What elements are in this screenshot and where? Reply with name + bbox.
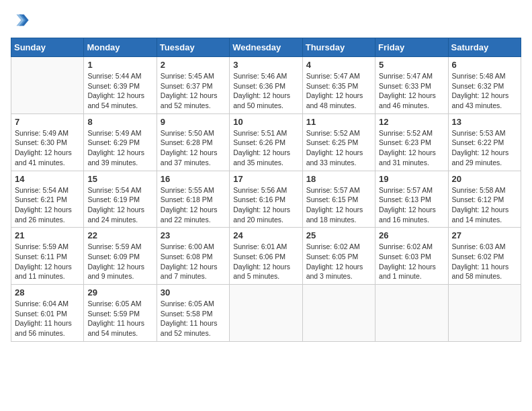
calendar-cell: 5Sunrise: 5:47 AM Sunset: 6:33 PM Daylig… (375, 57, 448, 114)
day-info: Sunrise: 5:59 AM Sunset: 6:11 PM Dayligh… (15, 242, 80, 281)
calendar-cell: 27Sunrise: 6:03 AM Sunset: 6:02 PM Dayli… (448, 228, 521, 285)
day-info: Sunrise: 5:52 AM Sunset: 6:25 PM Dayligh… (306, 128, 371, 168)
day-info: Sunrise: 5:45 AM Sunset: 6:37 PM Dayligh… (161, 71, 226, 111)
calendar-cell (230, 285, 302, 342)
calendar-cell (11, 57, 84, 114)
day-number: 20 (452, 174, 517, 184)
day-number: 30 (161, 287, 226, 298)
calendar-cell: 14Sunrise: 5:54 AM Sunset: 6:21 PM Dayli… (11, 171, 84, 228)
day-info: Sunrise: 6:05 AM Sunset: 5:58 PM Dayligh… (161, 299, 226, 338)
day-info: Sunrise: 5:54 AM Sunset: 6:19 PM Dayligh… (87, 185, 152, 225)
calendar-cell: 19Sunrise: 5:57 AM Sunset: 6:13 PM Dayli… (375, 171, 448, 228)
day-number: 14 (15, 174, 80, 184)
day-of-week-header: Saturday (448, 38, 521, 57)
day-info: Sunrise: 5:50 AM Sunset: 6:28 PM Dayligh… (161, 128, 226, 168)
calendar-cell: 25Sunrise: 6:02 AM Sunset: 6:05 PM Dayli… (302, 228, 375, 285)
calendar-cell: 18Sunrise: 5:57 AM Sunset: 6:15 PM Dayli… (302, 171, 375, 228)
day-number: 5 (379, 60, 444, 70)
calendar-cell: 3Sunrise: 5:46 AM Sunset: 6:36 PM Daylig… (230, 57, 302, 114)
calendar-cell: 22Sunrise: 5:59 AM Sunset: 6:09 PM Dayli… (84, 228, 157, 285)
day-number: 16 (161, 174, 226, 184)
calendar: SundayMondayTuesdayWednesdayThursdayFrid… (11, 38, 521, 342)
day-info: Sunrise: 6:04 AM Sunset: 6:01 PM Dayligh… (15, 299, 80, 338)
day-info: Sunrise: 5:48 AM Sunset: 6:32 PM Dayligh… (452, 71, 517, 111)
day-info: Sunrise: 5:52 AM Sunset: 6:23 PM Dayligh… (379, 128, 444, 168)
day-number: 21 (15, 230, 80, 240)
calendar-cell: 10Sunrise: 5:51 AM Sunset: 6:26 PM Dayli… (230, 113, 302, 171)
day-number: 18 (306, 174, 371, 184)
calendar-week-row: 7Sunrise: 5:49 AM Sunset: 6:30 PM Daylig… (11, 113, 521, 171)
day-of-week-header: Monday (84, 38, 157, 57)
day-number: 15 (87, 174, 152, 184)
day-info: Sunrise: 5:54 AM Sunset: 6:21 PM Dayligh… (15, 185, 80, 225)
calendar-cell: 20Sunrise: 5:58 AM Sunset: 6:12 PM Dayli… (448, 171, 521, 228)
day-number: 8 (87, 117, 152, 127)
calendar-cell: 24Sunrise: 6:01 AM Sunset: 6:06 PM Dayli… (230, 228, 302, 285)
day-info: Sunrise: 5:47 AM Sunset: 6:35 PM Dayligh… (306, 71, 371, 111)
day-info: Sunrise: 6:02 AM Sunset: 6:03 PM Dayligh… (379, 242, 444, 281)
calendar-cell: 12Sunrise: 5:52 AM Sunset: 6:23 PM Dayli… (375, 113, 448, 171)
calendar-cell: 29Sunrise: 6:05 AM Sunset: 5:59 PM Dayli… (84, 285, 157, 342)
calendar-cell: 2Sunrise: 5:45 AM Sunset: 6:37 PM Daylig… (157, 57, 229, 114)
day-number: 10 (233, 117, 298, 127)
calendar-cell: 23Sunrise: 6:00 AM Sunset: 6:08 PM Dayli… (157, 228, 229, 285)
calendar-header-row: SundayMondayTuesdayWednesdayThursdayFrid… (11, 38, 521, 57)
logo-icon (11, 11, 30, 30)
calendar-cell (302, 285, 375, 342)
day-info: Sunrise: 6:00 AM Sunset: 6:08 PM Dayligh… (161, 242, 226, 281)
day-of-week-header: Thursday (302, 38, 375, 57)
calendar-cell: 6Sunrise: 5:48 AM Sunset: 6:32 PM Daylig… (448, 57, 521, 114)
day-number: 19 (379, 174, 444, 184)
day-number: 11 (306, 117, 371, 127)
day-info: Sunrise: 5:46 AM Sunset: 6:36 PM Dayligh… (233, 71, 298, 111)
day-info: Sunrise: 5:51 AM Sunset: 6:26 PM Dayligh… (233, 128, 298, 168)
day-info: Sunrise: 6:03 AM Sunset: 6:02 PM Dayligh… (452, 242, 517, 281)
day-info: Sunrise: 6:01 AM Sunset: 6:06 PM Dayligh… (233, 242, 298, 281)
calendar-cell: 28Sunrise: 6:04 AM Sunset: 6:01 PM Dayli… (11, 285, 84, 342)
calendar-cell: 30Sunrise: 6:05 AM Sunset: 5:58 PM Dayli… (157, 285, 229, 342)
day-number: 2 (161, 60, 226, 70)
calendar-cell: 16Sunrise: 5:55 AM Sunset: 6:18 PM Dayli… (157, 171, 229, 228)
calendar-cell: 17Sunrise: 5:56 AM Sunset: 6:16 PM Dayli… (230, 171, 302, 228)
day-number: 6 (452, 60, 517, 70)
day-number: 13 (452, 117, 517, 127)
day-of-week-header: Sunday (11, 38, 84, 57)
day-number: 23 (161, 230, 226, 240)
day-info: Sunrise: 5:47 AM Sunset: 6:33 PM Dayligh… (379, 71, 444, 111)
calendar-week-row: 1Sunrise: 5:44 AM Sunset: 6:39 PM Daylig… (11, 57, 521, 114)
day-number: 4 (306, 60, 371, 70)
calendar-cell: 26Sunrise: 6:02 AM Sunset: 6:03 PM Dayli… (375, 228, 448, 285)
day-info: Sunrise: 5:59 AM Sunset: 6:09 PM Dayligh… (87, 242, 152, 281)
calendar-cell (448, 285, 521, 342)
day-info: Sunrise: 6:05 AM Sunset: 5:59 PM Dayligh… (87, 299, 152, 338)
day-number: 26 (379, 230, 444, 240)
day-info: Sunrise: 5:55 AM Sunset: 6:18 PM Dayligh… (161, 185, 226, 225)
day-number: 12 (379, 117, 444, 127)
day-info: Sunrise: 5:57 AM Sunset: 6:13 PM Dayligh… (379, 185, 444, 225)
day-number: 17 (233, 174, 298, 184)
day-info: Sunrise: 5:53 AM Sunset: 6:22 PM Dayligh… (452, 128, 517, 168)
day-info: Sunrise: 5:57 AM Sunset: 6:15 PM Dayligh… (306, 185, 371, 225)
day-number: 9 (161, 117, 226, 127)
day-number: 28 (15, 287, 80, 298)
calendar-cell: 7Sunrise: 5:49 AM Sunset: 6:30 PM Daylig… (11, 113, 84, 171)
day-info: Sunrise: 6:02 AM Sunset: 6:05 PM Dayligh… (306, 242, 371, 281)
day-number: 7 (15, 117, 80, 127)
day-of-week-header: Tuesday (157, 38, 229, 57)
day-info: Sunrise: 5:56 AM Sunset: 6:16 PM Dayligh… (233, 185, 298, 225)
day-info: Sunrise: 5:58 AM Sunset: 6:12 PM Dayligh… (452, 185, 517, 225)
calendar-cell: 13Sunrise: 5:53 AM Sunset: 6:22 PM Dayli… (448, 113, 521, 171)
day-info: Sunrise: 5:49 AM Sunset: 6:29 PM Dayligh… (87, 128, 152, 168)
calendar-cell: 8Sunrise: 5:49 AM Sunset: 6:29 PM Daylig… (84, 113, 157, 171)
day-of-week-header: Wednesday (230, 38, 302, 57)
day-number: 27 (452, 230, 517, 240)
calendar-cell (375, 285, 448, 342)
day-of-week-header: Friday (375, 38, 448, 57)
day-number: 22 (87, 230, 152, 240)
day-info: Sunrise: 5:49 AM Sunset: 6:30 PM Dayligh… (15, 128, 80, 168)
calendar-cell: 21Sunrise: 5:59 AM Sunset: 6:11 PM Dayli… (11, 228, 84, 285)
day-number: 25 (306, 230, 371, 240)
calendar-week-row: 28Sunrise: 6:04 AM Sunset: 6:01 PM Dayli… (11, 285, 521, 342)
calendar-week-row: 21Sunrise: 5:59 AM Sunset: 6:11 PM Dayli… (11, 228, 521, 285)
calendar-cell: 4Sunrise: 5:47 AM Sunset: 6:35 PM Daylig… (302, 57, 375, 114)
